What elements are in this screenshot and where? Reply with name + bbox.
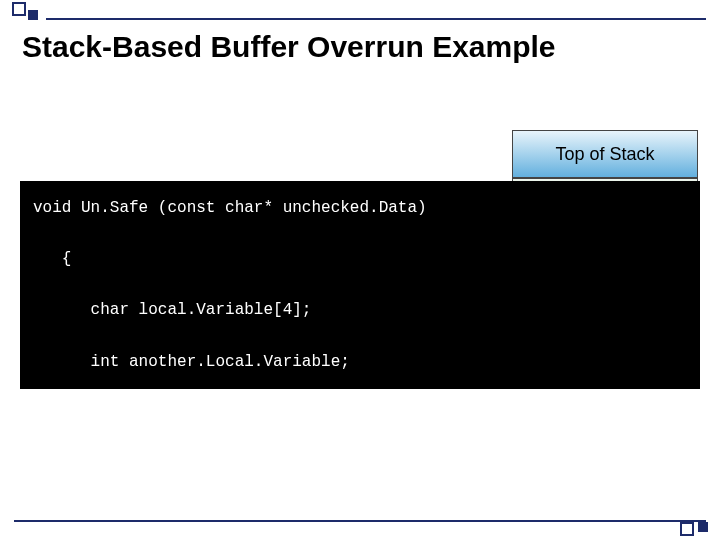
code-block: void Un.Safe (const char* unchecked.Data… bbox=[20, 181, 700, 389]
slide: Stack-Based Buffer Overrun Example Top o… bbox=[0, 0, 720, 540]
square-outline-icon bbox=[680, 522, 694, 536]
divider bbox=[14, 520, 706, 522]
code-text: void Un.Safe (const char* unchecked.Data… bbox=[33, 196, 687, 478]
top-decoration bbox=[0, 0, 720, 18]
divider bbox=[46, 18, 706, 20]
square-outline-icon bbox=[12, 2, 26, 16]
square-fill-icon bbox=[28, 10, 38, 20]
stack-cell-top: Top of Stack bbox=[512, 130, 698, 178]
slide-title: Stack-Based Buffer Overrun Example bbox=[22, 30, 556, 64]
square-fill-icon bbox=[698, 522, 708, 532]
